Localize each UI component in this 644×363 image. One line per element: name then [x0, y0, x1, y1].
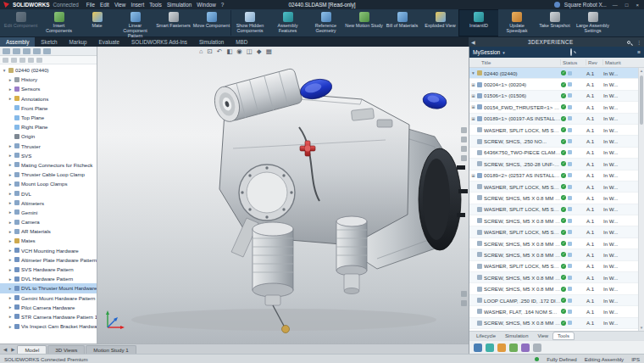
ribbon-button[interactable]: Assembly Features: [269, 10, 307, 36]
tree-item[interactable]: ▸ Mount Loop Clamps: [0, 179, 97, 188]
tab-scroll-left-icon[interactable]: ◀: [2, 347, 8, 352]
command-tab[interactable]: Markup: [64, 37, 93, 47]
session-row[interactable]: WASHER, SPLIT LOCK, M5 SCR... ✓ A.1 In W…: [469, 125, 638, 136]
command-tab[interactable]: Sketch: [35, 37, 63, 47]
expand-arrow-icon[interactable]: ▸: [8, 191, 13, 196]
pane-tool-icon[interactable]: [461, 155, 467, 161]
graphics-area[interactable]: ⌂⊡↶◧◉◫◆▦: [97, 47, 469, 343]
expand-arrow-icon[interactable]: ▸: [8, 276, 13, 282]
display-pane-icon[interactable]: [19, 58, 25, 63]
session-row[interactable]: SCREW, SHCS, M5 X 0.8 MM TH... ✓ A.1 In …: [469, 318, 638, 329]
document-tab[interactable]: Motion Study 1: [86, 345, 136, 354]
assembly-3d-model[interactable]: [97, 47, 469, 343]
session-row[interactable]: WASHER, SPLIT LOCK, M5 SCR... ✓ A.1 In W…: [469, 204, 638, 215]
menu-item[interactable]: Insert: [130, 2, 144, 8]
pane-tool-icon[interactable]: [461, 127, 467, 133]
expand-arrow-icon[interactable]: ▸: [8, 172, 13, 177]
command-tab[interactable]: Assembly: [0, 37, 35, 47]
document-tab[interactable]: 3D Views: [47, 345, 85, 354]
session-row[interactable]: SCREW, SHCS, .250 NO... ✓ A.1 In W...: [469, 136, 638, 147]
zoom-area-icon[interactable]: ⊡: [208, 47, 213, 55]
menu-item[interactable]: ?: [221, 2, 225, 8]
scroll-up-icon[interactable]: ▲: [639, 68, 644, 74]
session-row[interactable]: ⊞ 00154_FWD_THRUSTER<1> (00... ✓ A.1 In …: [469, 102, 638, 113]
row-expander-icon[interactable]: ⊞: [469, 116, 477, 121]
displaymanager-tab-icon[interactable]: [43, 48, 51, 54]
ribbon-button[interactable]: Linear Component Pattern: [116, 10, 154, 36]
tree-item[interactable]: Origin: [0, 131, 97, 141]
session-row[interactable]: SCREW, SHCS, M5 X 0.8 MM TH... ✓ A.1 In …: [469, 272, 638, 283]
ribbon-button[interactable]: Bill of Materials: [383, 10, 421, 36]
tree-item[interactable]: ▸ AR Materials: [0, 226, 97, 236]
ribbon-button[interactable]: InstantID: [459, 10, 497, 36]
row-expander-icon[interactable]: ⊞: [469, 173, 477, 178]
row-expander-icon[interactable]: ⊞: [469, 82, 477, 87]
session-row[interactable]: SCREW, SHCS, .250-28 UNF-3A... ✓ A.1 In …: [469, 159, 638, 170]
ribbon-button[interactable]: Smart Fasteners: [154, 10, 192, 36]
tree-item[interactable]: ▸ Thruster Cable Loop Clamp: [0, 170, 97, 179]
tree-item[interactable]: Front Plane: [0, 103, 97, 113]
tree-item[interactable]: ▸ STR Camera Hardware Pattern 1: [0, 312, 97, 321]
session-row[interactable]: SCREW, SHCS, M5 X 0.8 MM TH... ✓ A.1 In …: [469, 215, 638, 226]
ribbon-button[interactable]: Show Hidden Components: [230, 10, 269, 36]
command-tab[interactable]: Simulation: [193, 37, 230, 47]
hide-show-items-icon[interactable]: ◉: [236, 47, 242, 55]
user-avatar[interactable]: [554, 2, 560, 8]
column-rev[interactable]: Rev: [586, 59, 603, 65]
expand-arrow-icon[interactable]: ▸: [8, 220, 13, 225]
row-expander-icon[interactable]: ⊞: [469, 104, 477, 109]
expand-arrow-icon[interactable]: ▸: [8, 162, 13, 167]
tree-options-icon[interactable]: [28, 58, 34, 63]
session-row[interactable]: WASHER, SPLIT LOCK, M5 SCR... ✓ A.1 In W…: [469, 182, 638, 193]
tree-item[interactable]: ▸ SVS Hardware Pattern: [0, 265, 97, 274]
tab-scroll-right-icon[interactable]: ▶: [9, 347, 16, 352]
maximize-button[interactable]: □: [624, 3, 630, 8]
panel-tab[interactable]: Tools: [553, 332, 574, 339]
column-title[interactable]: Title: [469, 59, 561, 65]
expand-arrow-icon[interactable]: ▸: [8, 209, 13, 215]
panel-tab[interactable]: Simulation: [501, 332, 533, 339]
menu-item[interactable]: Simulation: [167, 2, 192, 8]
expand-arrow-icon[interactable]: ▸: [8, 96, 13, 101]
session-row[interactable]: SCREW, SHCS, M5 X 0.8 MM TH... ✓ A.1 In …: [469, 238, 638, 249]
lifecycle-tool-icon[interactable]: [474, 343, 482, 352]
menu-item[interactable]: File: [86, 2, 95, 8]
session-row[interactable]: ▾ 02440 (02440) ✓ A.1 In W...: [469, 68, 638, 79]
appearance-icon[interactable]: ◆: [257, 47, 262, 55]
search-icon[interactable]: [627, 41, 630, 44]
tree-item[interactable]: ▸ History: [0, 75, 97, 84]
expand-arrow-icon[interactable]: ▸: [8, 248, 13, 253]
units-selector[interactable]: IPS: [631, 356, 640, 362]
row-expander-icon[interactable]: ⊞: [469, 93, 477, 98]
tree-item[interactable]: ▸ Altimeters: [0, 198, 97, 208]
pane-tool-icon[interactable]: [461, 300, 467, 306]
expand-arrow-icon[interactable]: ▾: [2, 68, 7, 73]
tree-item[interactable]: ▸ Annotations: [0, 94, 97, 103]
display-style-icon[interactable]: ◫: [247, 47, 253, 55]
panel-tab[interactable]: View: [533, 332, 552, 339]
session-row[interactable]: SCREW, SHCS, M5 X 0.8 MM TH... ✓ A.1 In …: [469, 283, 638, 294]
expand-arrow-icon[interactable]: ▸: [8, 295, 13, 300]
session-row[interactable]: SCREW, SHCS, M5 X 0.8 MM TH... ✓ A.1 In …: [469, 249, 638, 260]
minimize-button[interactable]: —: [611, 3, 619, 8]
session-row[interactable]: WASHER, FLAT, .164 NOM SCR... ✓ A.1 In W…: [469, 306, 638, 317]
session-row[interactable]: SCREW, SHCS, M5 X 0.8 MM TH... ✓ A.1 In …: [469, 193, 638, 204]
simulation-tool-icon[interactable]: [486, 343, 494, 352]
featuremanager-tab-icon[interactable]: [3, 48, 10, 54]
tree-item[interactable]: ▸ Camera: [0, 217, 97, 226]
session-row[interactable]: ⊞ 01506<1> (01506) ✓ A.1 In W...: [469, 91, 638, 102]
settings-tool-icon[interactable]: [533, 343, 541, 352]
scroll-down-icon[interactable]: ▼: [639, 325, 644, 331]
collapse-panel-icon[interactable]: ◀: [469, 39, 478, 45]
collaboration-tool-icon[interactable]: [509, 343, 518, 352]
tree-item[interactable]: ▸ Mates: [0, 236, 97, 245]
menu-item[interactable]: Window: [197, 2, 215, 8]
row-expander-icon[interactable]: ▾: [469, 70, 477, 75]
menu-item[interactable]: Edit: [100, 2, 109, 8]
session-row[interactable]: WASHER, SPLIT LOCK, M5 SCR... ✓ A.1 In W…: [469, 261, 638, 272]
panel-menu-icon[interactable]: ⋮: [634, 39, 644, 45]
expand-arrow-icon[interactable]: ▸: [8, 143, 13, 148]
ribbon-button[interactable]: Take Snapshot: [536, 10, 574, 36]
tree-item[interactable]: Right Plane: [0, 122, 97, 131]
panel-tab[interactable]: Lifecycle: [472, 332, 500, 339]
